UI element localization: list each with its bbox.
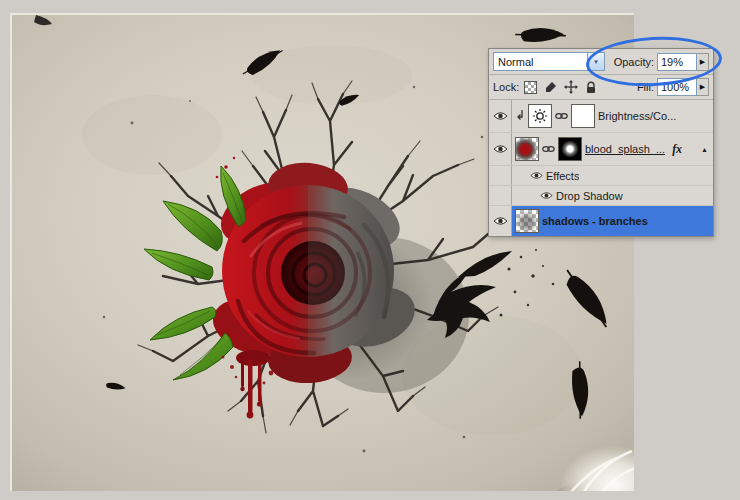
link-icon xyxy=(542,145,555,153)
thumbnail-image xyxy=(516,138,538,160)
eye-icon xyxy=(493,111,508,121)
clipping-mask-arrow-icon xyxy=(515,109,525,123)
eye-icon[interactable] xyxy=(530,171,543,180)
visibility-toggle[interactable] xyxy=(489,206,512,236)
layer-name: Brightness/Co... xyxy=(598,110,676,122)
layer-name: blood_splash_... xyxy=(585,143,665,155)
lock-label: Lock: xyxy=(493,81,519,93)
effects-header-row[interactable]: Effects xyxy=(489,166,713,186)
opacity-label: Opacity: xyxy=(614,56,654,68)
eye-column xyxy=(489,166,512,185)
lock-fill-row: Lock: Fill: 100% ▶ xyxy=(489,75,713,100)
visibility-toggle[interactable] xyxy=(489,100,512,132)
lock-all-button[interactable] xyxy=(582,79,599,95)
effects-label: Effects xyxy=(546,170,579,182)
fx-badge: fx xyxy=(672,142,682,157)
layers-panel: Normal ▼ Opacity: 19% ▶ Lock: xyxy=(488,48,714,237)
fill-slider-arrow-icon[interactable]: ▶ xyxy=(697,78,709,96)
mask-splash xyxy=(559,138,581,160)
layer-name: shadows - branches xyxy=(542,215,648,227)
lock-position-button[interactable] xyxy=(562,79,579,95)
drop-shadow-row[interactable]: Drop Shadow xyxy=(489,186,713,206)
fill-input[interactable]: 100% xyxy=(657,78,697,96)
move-lock-icon xyxy=(564,80,578,94)
visibility-toggle[interactable] xyxy=(489,133,512,165)
thumbnail-image xyxy=(516,210,538,232)
link-icon xyxy=(555,112,568,120)
layer-row-brightness[interactable]: Brightness/Co... xyxy=(489,100,713,133)
fill-label: Fill: xyxy=(637,81,654,93)
eye-column xyxy=(489,186,512,205)
blend-mode-value: Normal xyxy=(494,56,587,68)
collapse-effects-arrow-icon[interactable]: ▲ xyxy=(701,146,708,153)
adjustment-layer-thumbnail[interactable] xyxy=(528,104,552,128)
lock-transparency-button[interactable] xyxy=(522,79,539,95)
fill-value: 100% xyxy=(661,81,689,93)
opacity-slider-arrow-icon[interactable]: ▶ xyxy=(697,53,709,71)
eye-icon[interactable] xyxy=(540,191,553,200)
opacity-value: 19% xyxy=(661,56,683,68)
layer-row-blood-splash[interactable]: blood_splash_... fx ▲ xyxy=(489,133,713,166)
drop-shadow-label: Drop Shadow xyxy=(556,190,623,202)
brush-lock-icon xyxy=(544,81,557,94)
opacity-input[interactable]: 19% xyxy=(657,53,697,71)
lock-transparency-icon xyxy=(524,81,537,94)
layer-mask-thumbnail[interactable] xyxy=(558,137,582,161)
layer-mask-thumbnail[interactable] xyxy=(571,104,595,128)
blend-opacity-row: Normal ▼ Opacity: 19% ▶ xyxy=(489,49,713,75)
lock-image-button[interactable] xyxy=(542,79,559,95)
layer-row-shadows-branches[interactable]: shadows - branches xyxy=(489,206,713,236)
layer-list: Brightness/Co... blood_splash_... fx ▲ xyxy=(489,100,713,236)
eye-icon xyxy=(493,144,508,154)
layer-thumbnail[interactable] xyxy=(515,137,539,161)
blend-mode-select[interactable]: Normal ▼ xyxy=(493,52,605,71)
chevron-down-icon: ▼ xyxy=(587,53,604,70)
brightness-contrast-icon xyxy=(532,108,548,124)
eye-icon xyxy=(493,216,508,226)
padlock-icon xyxy=(585,81,597,94)
layer-thumbnail[interactable] xyxy=(515,209,539,233)
